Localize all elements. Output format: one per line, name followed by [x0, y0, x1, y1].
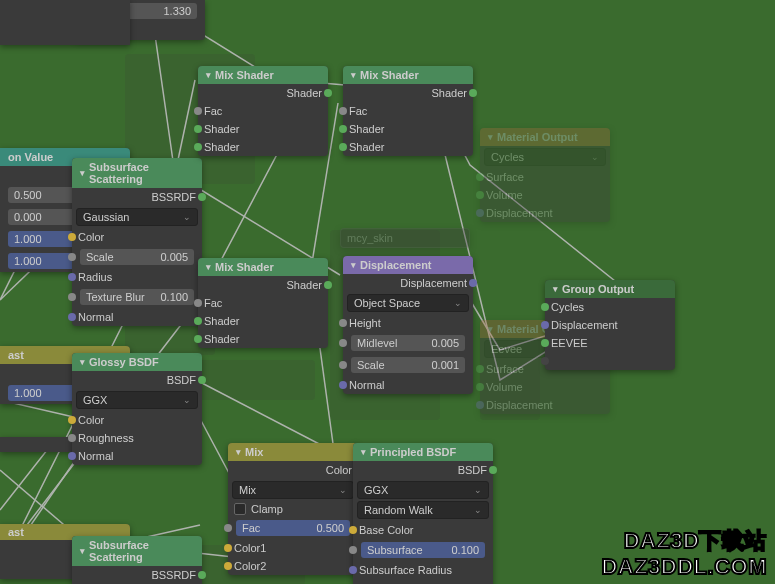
bg-frame: mcy_skin — [340, 228, 470, 248]
distribution-dropdown[interactable]: GGX⌄ — [357, 481, 489, 499]
node-displacement[interactable]: ▾Displacement Displacement Object Space⌄… — [343, 256, 473, 394]
node-glossy[interactable]: ▾Glossy BSDF BSDF GGX⌄ Color Roughness N… — [72, 353, 202, 465]
watermark-com: DAZ3DDL.COM — [601, 554, 767, 580]
midlevel-field[interactable]: Midlevel0.005 — [351, 335, 465, 351]
node-mix-shader-1[interactable]: ▾Mix Shader Shader Fac Shader Shader — [198, 66, 328, 156]
space-dropdown[interactable]: Object Space⌄ — [347, 294, 469, 312]
node-edge-1 — [0, 0, 130, 45]
node-group-output[interactable]: ▾Group Output Cycles Displacement EEVEE — [545, 280, 675, 370]
node-sss-1[interactable]: ▾Subsurface Scattering BSSRDF Gaussian⌄ … — [72, 158, 202, 326]
blend-dropdown[interactable]: Mix⌄ — [232, 481, 354, 499]
node-principled[interactable]: ▾Principled BSDF BSDF GGX⌄ Random Walk⌄ … — [353, 443, 493, 584]
scale-field[interactable]: Scale0.005 — [80, 249, 194, 265]
clamp-checkbox[interactable]: Clamp — [228, 501, 358, 517]
node-sss-2[interactable]: ▾Subsurface Scattering BSSRDF Gaussian⌄ — [72, 536, 202, 584]
node-mix-shader-2[interactable]: ▾Mix Shader Shader Fac Shader Shader — [343, 66, 473, 156]
node-material-output-1[interactable]: ▾Material Output Cycles⌄ Surface Volume … — [480, 128, 610, 222]
blur-field[interactable]: Texture Blur0.100 — [80, 289, 194, 305]
node-mix-shader-3[interactable]: ▾Mix Shader Shader Fac Shader Shader — [198, 258, 328, 348]
node-mix-rgb[interactable]: ▾Mix Color Mix⌄ Clamp Fac0.500 Color1 Co… — [228, 443, 358, 575]
target-dropdown[interactable]: Cycles⌄ — [484, 148, 606, 166]
scale-field[interactable]: Scale0.001 — [351, 357, 465, 373]
watermark-cn: DAZ3D下载站 — [624, 526, 767, 556]
distribution-dropdown[interactable]: GGX⌄ — [76, 391, 198, 409]
fac-field[interactable]: Fac0.500 — [236, 520, 350, 536]
sss-method-dropdown[interactable]: Random Walk⌄ — [357, 501, 489, 519]
distribution-dropdown[interactable]: Gaussian⌄ — [76, 208, 198, 226]
subsurface-field[interactable]: Subsurface0.100 — [361, 542, 485, 558]
